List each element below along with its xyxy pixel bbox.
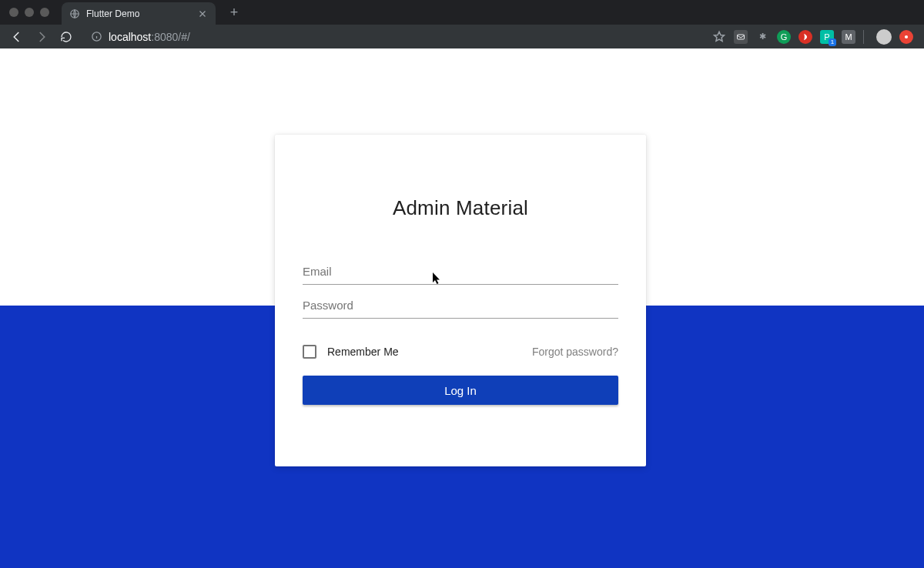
grey-extension-icon[interactable]: M bbox=[842, 30, 855, 44]
email-field[interactable] bbox=[303, 259, 618, 283]
tab-title: Flutter Demo bbox=[86, 8, 191, 19]
email-field-wrapper bbox=[303, 259, 618, 285]
url-path: :8080/#/ bbox=[151, 31, 190, 43]
badge-count: 1 bbox=[829, 38, 836, 46]
snowflake-extension-icon[interactable]: ✱ bbox=[755, 30, 769, 44]
green-extension-icon[interactable]: G bbox=[777, 30, 791, 44]
page-viewport: Admin Material Remember Me Forgot passwo… bbox=[0, 48, 924, 568]
url-text: localhost:8080/#/ bbox=[109, 31, 190, 43]
window-controls bbox=[6, 8, 57, 17]
svg-point-3 bbox=[905, 35, 908, 38]
remember-me[interactable]: Remember Me bbox=[303, 345, 399, 359]
remember-checkbox[interactable] bbox=[303, 345, 316, 359]
browser-toolbar: localhost:8080/#/ ✱ G P 1 M bbox=[0, 25, 924, 48]
profile-avatar[interactable] bbox=[876, 29, 892, 45]
options-row: Remember Me Forgot password? bbox=[303, 345, 618, 359]
forward-button[interactable] bbox=[31, 26, 52, 48]
tab-strip: Flutter Demo + bbox=[0, 0, 924, 25]
reload-button[interactable] bbox=[55, 26, 77, 48]
back-button[interactable] bbox=[6, 26, 28, 48]
forgot-password-link[interactable]: Forgot password? bbox=[532, 346, 618, 358]
browser-chrome: Flutter Demo + bbox=[0, 0, 924, 48]
info-icon bbox=[91, 31, 102, 42]
password-field[interactable] bbox=[303, 292, 618, 317]
card-title: Admin Material bbox=[303, 196, 618, 220]
teal-extension-icon[interactable]: P 1 bbox=[820, 30, 834, 44]
orange-extension-icon[interactable] bbox=[899, 30, 913, 44]
toolbar-separator bbox=[863, 30, 864, 44]
new-tab-button[interactable]: + bbox=[223, 2, 245, 23]
red-extension-icon[interactable] bbox=[798, 30, 812, 44]
close-tab-icon[interactable] bbox=[197, 8, 208, 19]
password-field-wrapper bbox=[303, 292, 618, 319]
toolbar-actions: ✱ G P 1 M bbox=[712, 29, 918, 45]
minimize-window-icon[interactable] bbox=[25, 8, 34, 17]
browser-tab[interactable]: Flutter Demo bbox=[62, 2, 216, 25]
remember-label: Remember Me bbox=[327, 346, 399, 358]
fullscreen-window-icon[interactable] bbox=[40, 8, 49, 17]
login-button[interactable]: Log In bbox=[303, 376, 618, 405]
bookmark-star-icon[interactable] bbox=[712, 30, 726, 44]
address-bar[interactable]: localhost:8080/#/ bbox=[83, 27, 706, 47]
close-window-icon[interactable] bbox=[9, 8, 18, 17]
login-card: Admin Material Remember Me Forgot passwo… bbox=[275, 135, 646, 466]
svg-rect-2 bbox=[738, 35, 745, 39]
url-host: localhost bbox=[109, 31, 151, 43]
globe-icon bbox=[69, 8, 80, 19]
mail-extension-icon[interactable] bbox=[734, 30, 748, 44]
plus-icon: + bbox=[230, 5, 239, 21]
